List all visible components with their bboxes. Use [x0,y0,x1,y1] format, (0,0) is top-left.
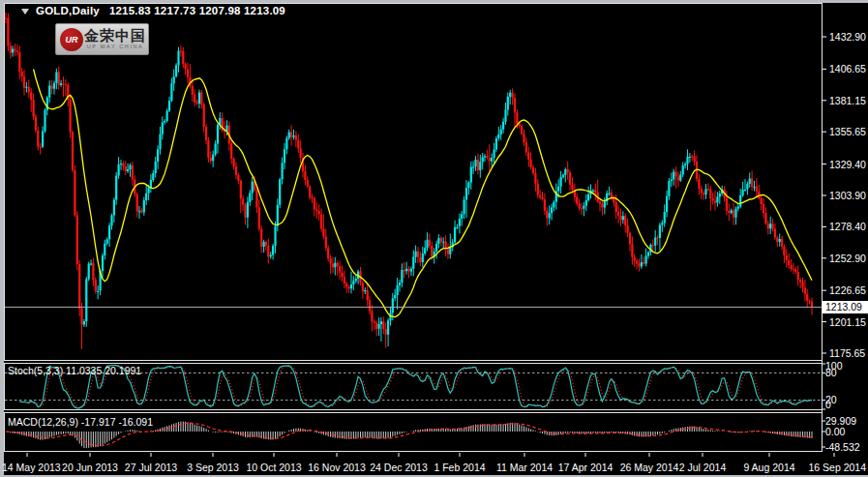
candle-wicks-bull [13,45,780,346]
brand-name-english: UP WAY CHINA [87,44,144,50]
mt4-chart-window: { "header": { "symbol_timeframe": "GOLD,… [0,0,868,477]
chart-symbol-timeframe: GOLD,Daily [36,5,100,16]
brand-monogram: UR [66,35,78,45]
stoch-indicator-label: Stoch(5,3,3) 11.0335 20.1991 [8,365,141,376]
moving-average-line [34,70,812,317]
panel-borders [5,4,823,452]
chart-title: GOLD,Daily1215.83 1217.73 1207.98 1213.0… [36,5,285,16]
brand-text-block: 金荣中国 UP WAY CHINA [86,28,144,50]
price-chart-canvas[interactable] [0,0,868,477]
candle-bodies-bull [13,49,780,335]
macd-indicator-label: MACD(12,26,9) -17.917 -16.091 [8,416,153,428]
candle-wicks-bear [6,13,812,349]
current-price-label: 1213.09 [823,301,868,313]
chart-ohlc-quote: 1215.83 1217.73 1207.98 1213.09 [109,5,285,16]
chart-dropdown-icon[interactable] [21,9,29,15]
brand-watermark: UR 金荣中国 UP WAY CHINA [55,23,149,55]
axis-tick-marks [27,37,834,457]
brand-logo-icon: UR [60,28,83,51]
brand-name-chinese: 金荣中国 [84,28,146,44]
